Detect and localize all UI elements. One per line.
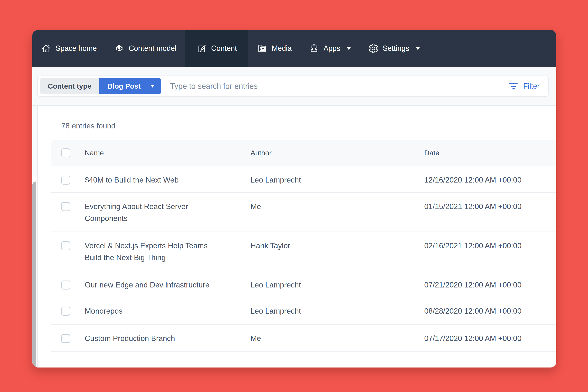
entry-name: $40M to Build the Next Web [85, 174, 220, 186]
entry-date: 12/16/2020 12:00 AM +00:00 [424, 174, 556, 186]
table-row[interactable]: Monorepos Leo Lamprecht 08/28/2020 12:00… [51, 297, 556, 324]
entries-panel: 78 entries found Name Author Date $40M t… [51, 106, 556, 368]
desktop-background: { "theme": { "background": "#F2554D", "n… [0, 0, 588, 392]
content-area: 78 entries found Name Author Date $40M t… [32, 106, 556, 368]
content-icon [196, 43, 207, 54]
entry-author: Leo Lamprecht [250, 305, 424, 317]
content-model-icon [114, 43, 124, 54]
select-all-checkbox[interactable] [61, 148, 70, 158]
nav-item-label: Content model [128, 44, 176, 53]
home-icon [41, 43, 52, 54]
entry-date: 08/28/2020 12:00 AM +00:00 [424, 305, 556, 317]
nav-item-label: Space home [56, 44, 97, 53]
entry-author: Leo Lamprecht [250, 174, 424, 186]
entry-author: Hank Taylor [250, 240, 424, 252]
entry-name: Monorepos [85, 305, 220, 317]
entries-table: Name Author Date $40M to Build the Next … [51, 140, 556, 368]
table-row[interactable]: $40M to Build the Next Web Leo Lamprecht… [51, 166, 556, 193]
entry-name: Custom Production Branch [85, 332, 220, 344]
row-checkbox[interactable] [61, 202, 70, 211]
row-checkbox[interactable] [61, 307, 70, 316]
nav-item-label: Media [272, 44, 292, 53]
chevron-down-icon [416, 47, 420, 50]
nav-item-apps[interactable]: Apps [300, 30, 359, 67]
filter-icon [510, 83, 518, 90]
table-row[interactable]: Custom Production Branch Me 07/17/2020 1… [51, 324, 556, 352]
entry-name: Everything About React Server Components [85, 201, 220, 224]
search-bar[interactable]: Content type Blog Post Filter [37, 76, 548, 97]
nav-item-settings[interactable]: Settings [360, 30, 428, 67]
entry-author: Me [250, 201, 424, 212]
nav-item-content[interactable]: Content [185, 30, 248, 67]
table-header-row: Name Author Date [51, 140, 556, 166]
row-checkbox[interactable] [61, 280, 70, 290]
chevron-down-icon [150, 85, 154, 88]
entry-date: 02/16/2021 12:00 AM +00:00 [424, 240, 556, 252]
entry-author: Leo Lamprecht [250, 279, 424, 291]
entry-date: 07/17/2020 12:00 AM +00:00 [424, 332, 556, 344]
row-checkbox[interactable] [61, 241, 70, 250]
views-sidebar-edge [32, 106, 38, 368]
nav-item-label: Settings [383, 44, 409, 53]
content-type-label: Content type [40, 78, 99, 94]
app-window: Space home Content model [32, 30, 556, 368]
sidebar-divider [32, 176, 38, 176]
filter-label: Filter [523, 82, 540, 90]
entry-author: Me [250, 332, 424, 344]
table-row[interactable]: Our new Edge and Dev infrastructure Leo … [51, 271, 556, 297]
settings-icon [368, 43, 379, 54]
content-type-value: Blog Post [108, 82, 141, 90]
media-icon [257, 43, 268, 54]
column-header-author[interactable]: Author [250, 149, 424, 157]
content-type-filter: Content type Blog Post [40, 78, 161, 94]
entry-name: Vercel & Next.js Experts Help Teams Buil… [85, 240, 220, 264]
column-header-name[interactable]: Name [85, 149, 250, 157]
main-nav: Space home Content model [32, 30, 556, 67]
row-checkbox[interactable] [61, 176, 70, 184]
table-row-partial [51, 352, 556, 368]
filter-button[interactable]: Filter [510, 82, 540, 90]
chevron-down-icon [346, 47, 351, 50]
entry-name: Our new Edge and Dev infrastructure [85, 279, 220, 291]
entries-count: 78 entries found [61, 122, 115, 130]
nav-item-label: Content [211, 44, 237, 53]
sidebar-divider [32, 140, 38, 140]
content-type-select[interactable]: Blog Post [99, 78, 161, 94]
column-header-date[interactable]: Date [424, 149, 556, 157]
stacked-card-edge [32, 182, 36, 368]
search-toolbar: Content type Blog Post Filter [32, 67, 556, 106]
nav-item-label: Apps [324, 44, 340, 53]
nav-item-media[interactable]: Media [248, 30, 300, 67]
row-checkbox[interactable] [61, 334, 70, 343]
entry-date: 07/21/2020 12:00 AM +00:00 [424, 279, 556, 291]
nav-item-content-model[interactable]: Content model [105, 30, 185, 67]
apps-icon [309, 43, 319, 54]
nav-item-space-home[interactable]: Space home [32, 30, 105, 67]
table-row[interactable]: Everything About React Server Components… [51, 193, 556, 232]
search-input[interactable] [170, 82, 510, 91]
table-row[interactable]: Vercel & Next.js Experts Help Teams Buil… [51, 232, 556, 271]
entry-date: 01/15/2021 12:00 AM +00:00 [424, 201, 556, 212]
